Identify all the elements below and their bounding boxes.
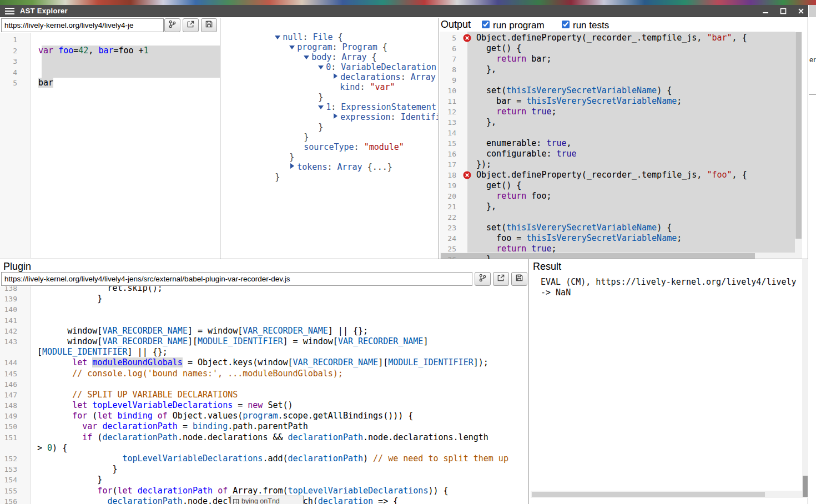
- background-text-fragment: er: [809, 56, 816, 64]
- code-text: }: [22, 475, 102, 485]
- expand-arrow-icon[interactable]: [304, 53, 311, 60]
- result-vertical-scrollbar[interactable]: [802, 259, 808, 498]
- code-token: }: [289, 152, 294, 162]
- line-number: 20: [440, 191, 462, 201]
- ast-line-content: }: [318, 122, 323, 132]
- code-token: [133, 486, 138, 496]
- run-program-checkbox[interactable]: [482, 21, 490, 28]
- code-token: 1: [144, 46, 149, 56]
- code-token: ) {: [657, 85, 672, 95]
- code-token: 0: [326, 62, 331, 72]
- code-token: >: [37, 443, 47, 453]
- output-vertical-scrollbar[interactable]: [795, 32, 802, 253]
- result-pane-title: Result: [533, 260, 561, 273]
- code-token: return: [496, 107, 526, 117]
- code-token: :: [327, 162, 337, 172]
- code-token: VAR_RECORDER_NAME: [102, 326, 188, 336]
- output-editor[interactable]: 5 Object.defineProperty(_recorder_.tempf…: [440, 32, 802, 259]
- expand-arrow-icon[interactable]: [318, 103, 326, 110]
- code-token: 0: [47, 443, 52, 453]
- code-token: {...}: [362, 162, 392, 172]
- run-tests-checkbox[interactable]: [562, 21, 570, 28]
- code-token: , {: [732, 33, 747, 43]
- source-editor[interactable]: 1 2 var foo=42, bar=foo +1 3 4: [0, 33, 220, 258]
- scrollbar-thumb[interactable]: [532, 492, 765, 497]
- plugin-editor[interactable]: 138 ret.skip(); 139 } 140 141: [0, 286, 528, 504]
- result-horizontal-scrollbar[interactable]: [531, 491, 802, 498]
- line-number: 139: [0, 294, 22, 304]
- result-output[interactable]: EVAL (CM), https://lively-kernel.org/liv…: [541, 277, 802, 488]
- line-number: 16: [440, 149, 462, 159]
- expand-arrow-icon[interactable]: [333, 73, 340, 80]
- code-token: let: [97, 411, 112, 421]
- plugin-save-button[interactable]: [511, 272, 527, 286]
- source-open-external-button[interactable]: [183, 18, 199, 32]
- code-token: VAR_RECORDER_NAME: [338, 336, 424, 346]
- expand-arrow-icon[interactable]: [275, 33, 283, 40]
- code-line: 152 topLevelVariableDeclarations.add(dec…: [0, 453, 528, 464]
- code-token: "module": [364, 142, 404, 152]
- code-text: [MODULE_IDENTIFIER] || {};: [22, 347, 168, 357]
- plugin-open-external-button[interactable]: [493, 272, 509, 286]
- ast-line-content: kind: "var": [340, 82, 395, 92]
- line-number: 156: [0, 496, 22, 504]
- code-token: }: [275, 172, 280, 182]
- code-token: MODULE_IDENTIFIER: [198, 336, 283, 346]
- code-token: ]: [423, 336, 428, 346]
- code-token: MODULE_IDENTIFIER: [42, 347, 128, 357]
- line-number: 151: [0, 432, 22, 443]
- maximize-button[interactable]: [779, 7, 787, 15]
- code-token: ] = window[: [188, 326, 243, 336]
- expand-arrow-icon[interactable]: [333, 113, 340, 120]
- scrollbar-thumb[interactable]: [803, 476, 808, 497]
- expand-arrow-icon[interactable]: [289, 43, 297, 50]
- source-versions-button[interactable]: [164, 18, 180, 32]
- code-token: for: [97, 486, 112, 496]
- code-text: return true;: [474, 107, 557, 117]
- code-token: [87, 357, 92, 367]
- ast-tree-line: null: File {: [220, 22, 438, 32]
- code-line: 22: [440, 212, 795, 223]
- line-number: 17: [440, 159, 462, 170]
- bottom-popup-fragment[interactable]: bying onTnd: [230, 496, 304, 504]
- line-number: 4: [0, 67, 22, 78]
- code-token: {...}: [436, 72, 438, 82]
- code-line: 1: [0, 34, 220, 46]
- code-token: return: [496, 191, 526, 201]
- plugin-url-input[interactable]: [1, 272, 472, 286]
- minimize-button[interactable]: [762, 7, 769, 15]
- error-marker-icon[interactable]: [462, 170, 474, 180]
- code-token: },: [476, 254, 496, 259]
- error-marker-icon[interactable]: [462, 33, 474, 43]
- code-text: return bar;: [474, 54, 551, 64]
- expand-arrow-icon[interactable]: [289, 163, 297, 170]
- expand-arrow-icon[interactable]: [318, 63, 326, 70]
- code-text: },: [474, 64, 496, 75]
- source-url-input[interactable]: [1, 18, 164, 32]
- close-button[interactable]: [797, 7, 805, 15]
- code-token: null: [283, 32, 303, 42]
- code-token: ret.skip();: [37, 286, 163, 293]
- code-token: =foo +: [113, 46, 143, 56]
- ast-tree-pane[interactable]: null: File { program: Program { body: Ar…: [220, 18, 438, 259]
- code-line: 10 set(thisIsVererySecretVariableName) {: [440, 85, 795, 96]
- source-code-lines: 1 2 var foo=42, bar=foo +1 3 4: [0, 34, 220, 89]
- ast-line-content: }: [318, 92, 323, 102]
- line-number: 148: [0, 400, 22, 411]
- plugin-versions-button[interactable]: [475, 272, 491, 286]
- menu-icon[interactable]: [5, 8, 14, 14]
- code-token: }: [37, 475, 102, 485]
- source-save-button[interactable]: [201, 18, 217, 32]
- code-line: 146: [0, 379, 528, 390]
- code-text: window[VAR_RECORDER_NAME] = window[VAR_R…: [22, 326, 368, 336]
- code-line: 15 enumerable: true,: [440, 138, 795, 149]
- code-text: set(thisIsVererySecretVariableName) {: [474, 85, 672, 96]
- code-text: return true;: [474, 244, 557, 254]
- code-token: .path.parentPath: [228, 421, 308, 431]
- code-token: true: [531, 107, 551, 117]
- code-token: :: [354, 142, 364, 152]
- scrollbar-thumb[interactable]: [795, 32, 802, 239]
- code-token: configurable:: [476, 149, 557, 159]
- code-token: set(: [476, 223, 506, 233]
- code-text: },: [474, 254, 496, 259]
